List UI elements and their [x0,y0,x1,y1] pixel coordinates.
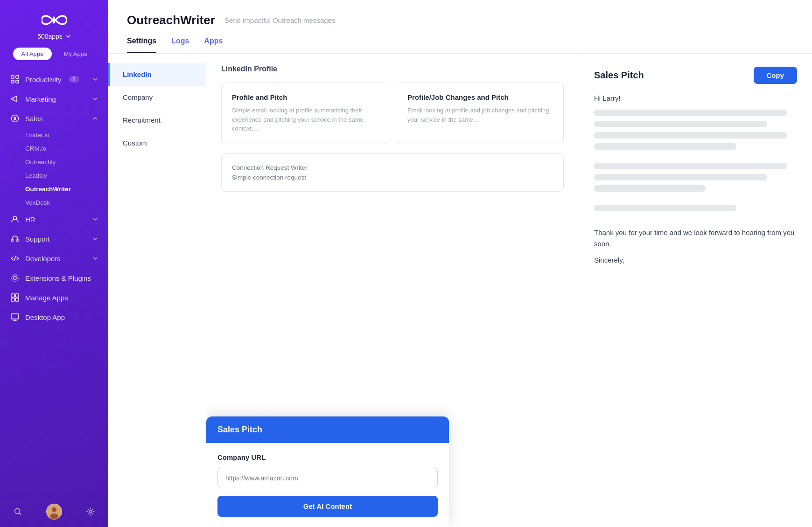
sub-nav: LinkedIn Company Recruitment Custom [108,54,206,527]
template-card-job-changes[interactable]: Profile/Job Changes and Pitch Email look… [397,83,564,144]
chevron-up-icon [92,115,98,123]
card-title: Profile/Job Changes and Pitch [407,93,553,101]
sidebar-item-voxdesk[interactable]: VoxDesk [25,196,108,209]
closing-text: Thank you for your time and we look forw… [594,227,797,250]
logo-area: 500apps [0,0,108,48]
my-apps-tab[interactable]: My Apps [56,48,96,60]
hr-label: HR [25,215,35,223]
brand-label[interactable]: 500apps [37,33,71,40]
headset-icon [10,234,20,243]
settings-icon[interactable] [84,505,97,518]
template-card-profile-pitch[interactable]: Profile and Pitch Simple email looking a… [221,83,388,144]
svg-rect-7 [17,239,18,242]
sidebar-item-leadsly[interactable]: Leadsly [25,169,108,182]
app-title: OutreachWriter [127,13,215,28]
puzzle-icon [10,273,20,283]
connection-sub-label: Simple connection request [232,174,553,181]
sidebar-item-crm[interactable]: CRM.io [25,142,108,155]
productivity-label: Productivity [25,76,62,83]
content-line-8 [594,205,736,211]
svg-rect-0 [11,76,14,78]
content-line-7 [594,185,706,192]
svg-point-9 [12,275,18,281]
sidebar-item-marketing[interactable]: Marketing [0,89,108,109]
chevron-down-icon [92,255,98,263]
content-line-4 [594,143,736,150]
tab-apps[interactable]: Apps [204,37,223,53]
content-line-3 [594,132,787,139]
app-subtitle: Send impactful Outreach messages [224,16,336,24]
sales-pitch-title: Sales Pitch [217,425,438,435]
main-tabs: Settings Logs Apps [127,37,793,53]
code-icon [10,254,20,263]
svg-point-15 [15,509,20,514]
connection-section-label: Connection Request Writer [232,164,553,171]
all-apps-tab[interactable]: All Apps [13,48,52,60]
sidebar-item-outreachwriter[interactable]: OutreachWriter [25,182,108,196]
sidebar-item-finder[interactable]: Finder.io [25,128,108,142]
apps-icon [10,293,20,302]
svg-rect-11 [15,294,19,297]
card-description: Email looking at profile and job changes… [407,106,553,124]
content-line-6 [594,174,767,180]
svg-rect-14 [11,314,19,319]
generated-panel: Sales Pitch Copy Hi Larry! Thank you for… [579,54,812,527]
card-title: Profile and Pitch [232,93,378,101]
sales-label: Sales [25,115,43,123]
linkedin-profile-label: LinkedIn Profile [221,65,564,73]
svg-point-8 [14,277,16,279]
sidebar-item-productivity[interactable]: Productivity 8 [0,69,108,89]
templates-area: LinkedIn Profile Profile and Pitch Simpl… [206,54,579,527]
sincerely-text: Sincerely, [594,256,797,264]
sidebar-item-hr[interactable]: HR [0,209,108,229]
get-ai-content-button[interactable]: Get AI Content [217,496,438,517]
sales-pitch-popup: Sales Pitch Company URL Get AI Content [206,416,449,527]
content-line-5 [594,163,787,169]
chevron-down-icon [92,215,98,223]
svg-rect-1 [16,76,19,78]
content-spacer-2 [594,196,797,205]
sidebar-item-manage-apps[interactable]: Manage Apps [0,288,108,307]
content-line-1 [594,110,787,116]
sub-nav-company[interactable]: Company [108,86,206,109]
avatar[interactable] [46,504,62,520]
sidebar-item-sales[interactable]: Sales [0,109,108,128]
sales-pitch-popup-header: Sales Pitch [206,416,449,443]
svg-point-17 [52,507,56,512]
desktop-app-label: Desktop App [25,313,65,321]
logo-icon [42,13,67,30]
sub-nav-custom[interactable]: Custom [108,132,206,154]
megaphone-icon [10,94,20,104]
svg-rect-10 [11,294,14,297]
brand-text: 500apps [37,33,63,40]
sub-nav-linkedin[interactable]: LinkedIn [108,63,206,86]
tab-settings[interactable]: Settings [127,37,156,53]
monitor-icon [10,312,20,322]
svg-rect-12 [11,298,14,301]
svg-rect-13 [15,298,19,301]
sales-subnav: Finder.io CRM.io Outreachly Leadsly Outr… [0,128,108,209]
marketing-label: Marketing [25,95,56,103]
company-url-input[interactable] [217,468,438,488]
chevron-down-icon [92,95,98,103]
search-icon[interactable] [11,505,24,518]
svg-point-18 [50,513,58,519]
sub-nav-recruitment[interactable]: Recruitment [108,109,206,132]
connection-request-card[interactable]: Connection Request Writer Simple connect… [221,153,564,192]
sidebar-item-support[interactable]: Support [0,229,108,249]
manage-apps-label: Manage Apps [25,294,68,302]
company-url-label: Company URL [217,453,438,461]
svg-rect-3 [16,80,19,83]
sidebar-item-desktop-app[interactable]: Desktop App [0,307,108,327]
sidebar: 500apps All Apps My Apps Productivity 8 … [0,0,108,527]
person-icon [10,215,20,224]
tab-logs[interactable]: Logs [171,37,189,53]
copy-button[interactable]: Copy [754,67,798,84]
sidebar-item-developers[interactable]: Developers [0,249,108,268]
generated-panel-title: Sales Pitch [594,70,644,81]
sidebar-item-extensions[interactable]: Extensions & Plugins [0,268,108,288]
svg-rect-2 [11,80,14,83]
sidebar-tabs: All Apps My Apps [0,48,108,68]
sales-pitch-popup-body: Company URL Get AI Content [206,443,449,527]
sidebar-item-outreachly[interactable]: Outreachly [25,155,108,169]
